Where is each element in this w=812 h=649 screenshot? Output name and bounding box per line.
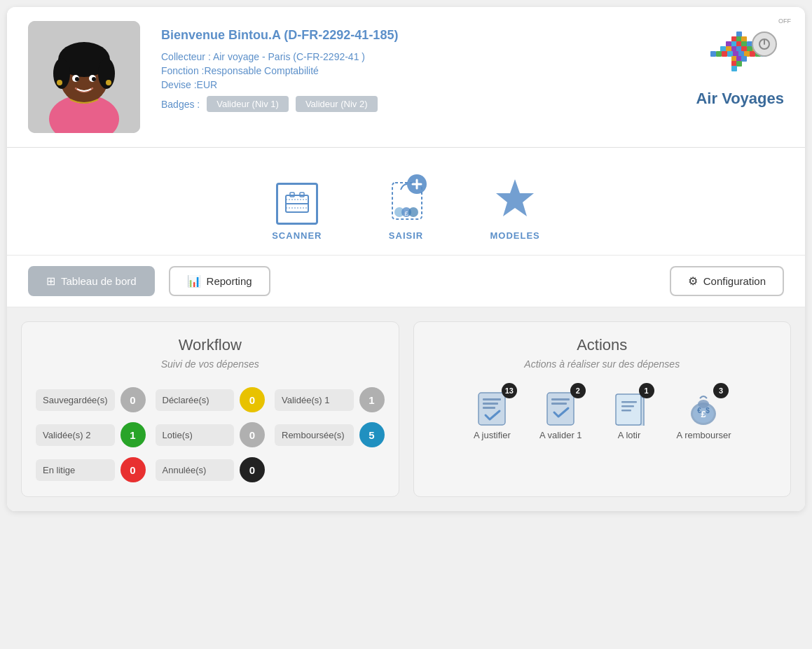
wf-validee2-label: Validée(s) 2 xyxy=(36,424,115,446)
svg-rect-26 xyxy=(741,46,747,52)
svg-rect-33 xyxy=(733,51,738,57)
wf-validee1-label: Validée(s) 1 xyxy=(275,389,354,411)
tableau-icon: ⊞ xyxy=(46,274,55,288)
lotir-icon-wrapper: 1 xyxy=(610,387,649,426)
rembourser-badge: 3 xyxy=(713,383,729,398)
saisir-icon: £ xyxy=(378,169,434,225)
svg-marker-61 xyxy=(496,179,534,216)
scanner-label: SCANNER xyxy=(272,230,322,241)
svg-rect-23 xyxy=(726,46,731,52)
saisir-label: SAISIR xyxy=(389,230,423,241)
svg-text:$: $ xyxy=(706,407,710,414)
svg-rect-64 xyxy=(483,403,498,405)
svg-rect-65 xyxy=(483,407,495,409)
wf-remboursee-label: Remboursée(s) xyxy=(275,424,354,446)
svg-text:€: € xyxy=(697,407,701,414)
content-section: Workflow Suivi de vos dépenses Sauvegard… xyxy=(7,307,805,511)
lotir-badge: 1 xyxy=(639,383,654,398)
configuration-icon: ⚙ xyxy=(688,274,698,288)
svg-text:£: £ xyxy=(404,210,408,217)
reporting-button[interactable]: 📊 Reporting xyxy=(169,266,270,296)
wf-declaree[interactable]: Déclarée(s) 0 xyxy=(156,387,266,412)
badge-niv2: Valideur (Niv 2) xyxy=(296,96,378,112)
svg-rect-42 xyxy=(731,61,737,67)
svg-rect-14 xyxy=(731,36,737,42)
modeles-action[interactable]: MODELES xyxy=(490,176,540,241)
profile-section: Bienvenue Bintou.A (D-FR-2292-41-185) Co… xyxy=(7,7,805,148)
power-button[interactable] xyxy=(752,32,777,57)
wf-validee1[interactable]: Validée(s) 1 1 xyxy=(275,387,385,412)
fonction-line: Fonction :Responsable Comptabilité xyxy=(161,65,696,76)
action-lotir[interactable]: 1 A lotir xyxy=(610,387,649,440)
power-off-label: OFF xyxy=(778,18,791,25)
svg-rect-39 xyxy=(731,56,737,62)
svg-rect-20 xyxy=(741,41,747,47)
reporting-icon: 📊 xyxy=(187,274,201,288)
svg-rect-30 xyxy=(716,51,722,57)
scanner-action[interactable]: SCANNER xyxy=(272,183,322,241)
wf-validee2-count: 1 xyxy=(121,422,146,447)
saisir-action[interactable]: £ SAISIR xyxy=(378,169,434,241)
svg-rect-40 xyxy=(736,56,742,62)
wf-remboursee-count: 5 xyxy=(359,422,385,447)
nav-bar: ⊞ Tableau de bord 📊 Reporting ⚙ Configur… xyxy=(7,255,805,307)
workflow-panel: Workflow Suivi de vos dépenses Sauvegard… xyxy=(21,321,399,497)
workflow-grid: Sauvegardée(s) 0 Déclarée(s) 0 Validée(s… xyxy=(36,387,385,482)
action-icons-section: SCANNER £ SAISIR xyxy=(7,148,805,255)
svg-point-11 xyxy=(57,80,62,85)
wf-sauvegardee[interactable]: Sauvegardée(s) 0 xyxy=(36,387,146,412)
svg-point-56 xyxy=(408,207,418,217)
svg-rect-32 xyxy=(727,51,733,57)
svg-rect-19 xyxy=(736,41,742,47)
rembourser-label: A rembourser xyxy=(677,430,731,440)
svg-rect-16 xyxy=(741,36,747,42)
svg-rect-43 xyxy=(736,61,742,67)
svg-point-12 xyxy=(106,80,111,85)
svg-rect-25 xyxy=(736,46,742,52)
welcome-text: Bienvenue Bintou.A (D-FR-2292-41-185) xyxy=(161,28,696,43)
badge-niv1: Valideur (Niv 1) xyxy=(207,96,289,112)
reporting-label: Reporting xyxy=(207,275,252,287)
justifier-icon-wrapper: 13 xyxy=(473,387,511,426)
wf-declaree-count: 0 xyxy=(240,387,265,412)
valider1-badge: 2 xyxy=(570,383,586,398)
avatar xyxy=(28,21,140,133)
svg-rect-67 xyxy=(551,398,570,400)
wf-validee2[interactable]: Validée(s) 2 1 xyxy=(36,422,146,447)
wf-declaree-label: Déclarée(s) xyxy=(156,389,235,411)
valider1-icon-wrapper: 2 xyxy=(542,387,580,426)
svg-rect-41 xyxy=(741,56,747,62)
svg-rect-34 xyxy=(738,51,744,57)
actions-title: Actions xyxy=(428,336,777,354)
wf-lotie[interactable]: Lotie(s) 0 xyxy=(156,422,266,447)
tableau-de-bord-button[interactable]: ⊞ Tableau de bord xyxy=(28,266,155,296)
valider1-label: A valider 1 xyxy=(539,430,582,440)
badges-label: Badges : xyxy=(161,99,200,110)
workflow-subtitle: Suivi de vos dépenses xyxy=(36,358,385,370)
modeles-label: MODELES xyxy=(490,230,540,241)
rembourser-icon-wrapper: £ $ € 3 xyxy=(684,387,723,426)
svg-rect-15 xyxy=(736,36,742,42)
action-justifier[interactable]: 13 A justifier xyxy=(473,387,511,440)
configuration-button[interactable]: ⚙ Configuration xyxy=(670,266,784,296)
actions-panel: Actions Actions à réaliser sur des dépen… xyxy=(413,321,792,497)
svg-point-9 xyxy=(75,77,79,81)
wf-annulee[interactable]: Annulée(s) 0 xyxy=(156,457,266,482)
devise-line: Devise :EUR xyxy=(161,79,696,90)
action-valider1[interactable]: 2 A valider 1 xyxy=(539,387,582,440)
svg-rect-35 xyxy=(744,51,750,57)
wf-lotie-label: Lotie(s) xyxy=(156,424,235,446)
action-rembourser[interactable]: £ $ € 3 A rembourser xyxy=(677,387,731,440)
svg-point-10 xyxy=(92,77,96,81)
scanner-icon xyxy=(276,183,318,225)
wf-litige[interactable]: En litige 0 xyxy=(36,457,146,482)
actions-subtitle: Actions à réaliser sur des dépenses xyxy=(428,358,777,370)
tableau-label: Tableau de bord xyxy=(61,275,137,287)
svg-rect-29 xyxy=(710,51,716,57)
configuration-label: Configuration xyxy=(703,275,766,287)
svg-rect-17 xyxy=(726,41,731,47)
workflow-title: Workflow xyxy=(36,336,385,354)
wf-remboursee[interactable]: Remboursée(s) 5 xyxy=(275,422,385,447)
svg-rect-44 xyxy=(731,66,737,71)
collecteur-line: Collecteur : Air voyage - Paris (C-FR-22… xyxy=(161,51,696,62)
